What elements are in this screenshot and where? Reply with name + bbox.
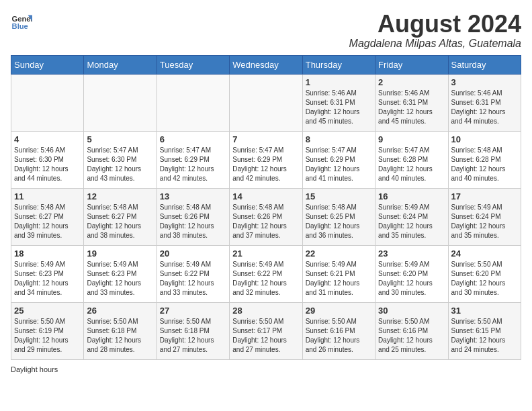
header-row: SundayMondayTuesdayWednesdayThursdayFrid… (11, 55, 521, 74)
day-number: 10 (451, 134, 518, 144)
day-number: 27 (160, 306, 226, 316)
calendar-cell: 20Sunrise: 5:49 AM Sunset: 6:22 PM Dayli… (157, 245, 229, 302)
day-number: 15 (306, 191, 372, 201)
calendar-cell: 3Sunrise: 5:46 AM Sunset: 6:31 PM Daylig… (448, 74, 521, 131)
calendar-cell: 8Sunrise: 5:47 AM Sunset: 6:29 PM Daylig… (302, 131, 375, 188)
day-number: 12 (87, 191, 153, 201)
day-info: Sunrise: 5:50 AM Sunset: 6:20 PM Dayligh… (451, 260, 518, 298)
footer: Daylight hours (11, 365, 521, 373)
day-info: Sunrise: 5:50 AM Sunset: 6:16 PM Dayligh… (306, 317, 372, 355)
day-header-tuesday: Tuesday (157, 55, 229, 74)
calendar-cell: 10Sunrise: 5:48 AM Sunset: 6:28 PM Dayli… (448, 131, 521, 188)
day-number: 28 (232, 306, 299, 316)
day-number: 31 (451, 306, 518, 316)
calendar-cell (230, 74, 302, 131)
day-info: Sunrise: 5:48 AM Sunset: 6:25 PM Dayligh… (306, 203, 372, 240)
calendar-cell: 14Sunrise: 5:48 AM Sunset: 6:26 PM Dayli… (230, 188, 302, 245)
calendar-cell: 13Sunrise: 5:48 AM Sunset: 6:26 PM Dayli… (157, 188, 229, 245)
day-number: 1 (306, 77, 372, 87)
day-number: 24 (451, 248, 518, 259)
logo-icon: General Blue (11, 11, 32, 32)
day-info: Sunrise: 5:49 AM Sunset: 6:23 PM Dayligh… (14, 260, 81, 298)
calendar-cell: 9Sunrise: 5:47 AM Sunset: 6:28 PM Daylig… (375, 131, 448, 188)
calendar-cell: 23Sunrise: 5:49 AM Sunset: 6:20 PM Dayli… (375, 245, 448, 302)
day-info: Sunrise: 5:48 AM Sunset: 6:27 PM Dayligh… (14, 203, 81, 240)
day-number: 17 (451, 191, 518, 201)
calendar-cell: 19Sunrise: 5:49 AM Sunset: 6:23 PM Dayli… (84, 245, 157, 302)
day-info: Sunrise: 5:49 AM Sunset: 6:24 PM Dayligh… (451, 203, 518, 240)
calendar-cell: 30Sunrise: 5:50 AM Sunset: 6:16 PM Dayli… (375, 302, 448, 359)
day-number: 14 (232, 191, 299, 201)
day-info: Sunrise: 5:47 AM Sunset: 6:28 PM Dayligh… (378, 146, 445, 183)
title-block: August 2024 Magdalena Milpas Altas, Guat… (349, 11, 521, 50)
day-info: Sunrise: 5:50 AM Sunset: 6:17 PM Dayligh… (232, 317, 299, 355)
day-info: Sunrise: 5:46 AM Sunset: 6:31 PM Dayligh… (378, 89, 445, 126)
week-row-1: 1Sunrise: 5:46 AM Sunset: 6:31 PM Daylig… (11, 74, 521, 131)
calendar-cell: 1Sunrise: 5:46 AM Sunset: 6:31 PM Daylig… (302, 74, 375, 131)
day-info: Sunrise: 5:48 AM Sunset: 6:28 PM Dayligh… (451, 146, 518, 183)
day-info: Sunrise: 5:49 AM Sunset: 6:20 PM Dayligh… (378, 260, 445, 298)
day-info: Sunrise: 5:47 AM Sunset: 6:29 PM Dayligh… (232, 146, 299, 183)
day-number: 4 (14, 134, 81, 144)
day-header-saturday: Saturday (448, 55, 521, 74)
calendar-cell: 26Sunrise: 5:50 AM Sunset: 6:18 PM Dayli… (84, 302, 157, 359)
month-year: August 2024 (349, 11, 521, 38)
week-row-2: 4Sunrise: 5:46 AM Sunset: 6:30 PM Daylig… (11, 131, 521, 188)
day-number: 16 (378, 191, 445, 201)
day-info: Sunrise: 5:50 AM Sunset: 6:19 PM Dayligh… (14, 317, 81, 355)
day-header-wednesday: Wednesday (230, 55, 302, 74)
day-number: 29 (306, 306, 372, 316)
calendar-cell (84, 74, 157, 131)
calendar-cell: 22Sunrise: 5:49 AM Sunset: 6:21 PM Dayli… (302, 245, 375, 302)
day-info: Sunrise: 5:48 AM Sunset: 6:26 PM Dayligh… (160, 203, 226, 240)
calendar-cell: 21Sunrise: 5:49 AM Sunset: 6:22 PM Dayli… (230, 245, 302, 302)
calendar-cell: 4Sunrise: 5:46 AM Sunset: 6:30 PM Daylig… (11, 131, 84, 188)
day-number: 2 (378, 77, 445, 87)
calendar-cell: 31Sunrise: 5:50 AM Sunset: 6:15 PM Dayli… (448, 302, 521, 359)
calendar-header: SundayMondayTuesdayWednesdayThursdayFrid… (11, 55, 521, 74)
week-row-4: 18Sunrise: 5:49 AM Sunset: 6:23 PM Dayli… (11, 245, 521, 302)
day-header-sunday: Sunday (11, 55, 84, 74)
calendar-cell (11, 74, 84, 131)
day-info: Sunrise: 5:47 AM Sunset: 6:29 PM Dayligh… (306, 146, 372, 183)
logo: General Blue (11, 11, 32, 32)
day-number: 19 (87, 248, 153, 259)
calendar-cell: 5Sunrise: 5:47 AM Sunset: 6:30 PM Daylig… (84, 131, 157, 188)
calendar-cell: 17Sunrise: 5:49 AM Sunset: 6:24 PM Dayli… (448, 188, 521, 245)
day-number: 20 (160, 248, 226, 259)
day-number: 23 (378, 248, 445, 259)
day-info: Sunrise: 5:50 AM Sunset: 6:18 PM Dayligh… (87, 317, 153, 355)
svg-text:Blue: Blue (12, 22, 28, 30)
calendar-cell: 7Sunrise: 5:47 AM Sunset: 6:29 PM Daylig… (230, 131, 302, 188)
day-info: Sunrise: 5:49 AM Sunset: 6:24 PM Dayligh… (378, 203, 445, 240)
day-number: 5 (87, 134, 153, 144)
day-info: Sunrise: 5:47 AM Sunset: 6:29 PM Dayligh… (160, 146, 226, 183)
day-number: 30 (378, 306, 445, 316)
calendar-cell: 25Sunrise: 5:50 AM Sunset: 6:19 PM Dayli… (11, 302, 84, 359)
day-number: 13 (160, 191, 226, 201)
day-header-thursday: Thursday (302, 55, 375, 74)
day-info: Sunrise: 5:49 AM Sunset: 6:22 PM Dayligh… (232, 260, 299, 298)
week-row-5: 25Sunrise: 5:50 AM Sunset: 6:19 PM Dayli… (11, 302, 521, 359)
day-info: Sunrise: 5:46 AM Sunset: 6:31 PM Dayligh… (451, 89, 518, 126)
calendar-cell: 24Sunrise: 5:50 AM Sunset: 6:20 PM Dayli… (448, 245, 521, 302)
calendar-cell: 2Sunrise: 5:46 AM Sunset: 6:31 PM Daylig… (375, 74, 448, 131)
day-number: 3 (451, 77, 518, 87)
day-number: 22 (306, 248, 372, 259)
day-header-friday: Friday (375, 55, 448, 74)
page-header: General Blue August 2024 Magdalena Milpa… (11, 11, 521, 50)
week-row-3: 11Sunrise: 5:48 AM Sunset: 6:27 PM Dayli… (11, 188, 521, 245)
calendar-cell: 29Sunrise: 5:50 AM Sunset: 6:16 PM Dayli… (302, 302, 375, 359)
calendar-cell: 28Sunrise: 5:50 AM Sunset: 6:17 PM Dayli… (230, 302, 302, 359)
day-info: Sunrise: 5:50 AM Sunset: 6:16 PM Dayligh… (378, 317, 445, 355)
day-info: Sunrise: 5:49 AM Sunset: 6:21 PM Dayligh… (306, 260, 372, 298)
day-number: 6 (160, 134, 226, 144)
day-number: 9 (378, 134, 445, 144)
day-info: Sunrise: 5:49 AM Sunset: 6:22 PM Dayligh… (160, 260, 226, 298)
day-number: 25 (14, 306, 81, 316)
day-header-monday: Monday (84, 55, 157, 74)
day-info: Sunrise: 5:48 AM Sunset: 6:26 PM Dayligh… (232, 203, 299, 240)
calendar-cell: 16Sunrise: 5:49 AM Sunset: 6:24 PM Dayli… (375, 188, 448, 245)
day-info: Sunrise: 5:46 AM Sunset: 6:31 PM Dayligh… (306, 89, 372, 126)
day-info: Sunrise: 5:46 AM Sunset: 6:30 PM Dayligh… (14, 146, 81, 183)
